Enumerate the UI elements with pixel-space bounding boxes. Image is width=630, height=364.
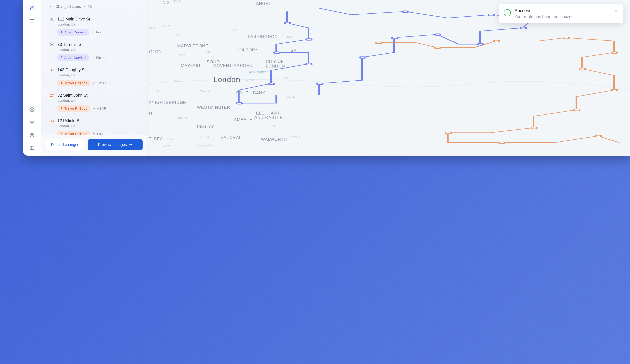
stop-number: 33: [48, 118, 54, 123]
map-road-label: B302: [167, 138, 174, 141]
stop-item[interactable]: 2732 Saint John StLondon, UKTrevor Phili…: [46, 89, 142, 115]
svg-rect-17: [435, 34, 440, 35]
svg-rect-26: [612, 52, 617, 53]
map-road-label: A3211: [225, 75, 232, 77]
stop-item[interactable]: 0433 Turnmill StLondon, UKArbër Dervishi…: [46, 38, 142, 64]
map-road-label: The Mall: [200, 90, 210, 93]
map-district-label: WESTMINSTER: [197, 105, 230, 110]
map-district-label: CITY OF: [266, 59, 284, 64]
stop-city: London, UK: [58, 22, 141, 26]
svg-rect-29: [574, 109, 580, 111]
person-icon: [60, 56, 63, 60]
driver-name: Arbër Dervishi: [64, 56, 86, 60]
toast-message: Your route has been reoptimized.: [514, 14, 609, 19]
stop-address: 32 Saint John St: [58, 93, 141, 98]
person-icon: [60, 30, 63, 34]
map-district-label: SOUTH BANK: [236, 90, 265, 96]
map-canvas: London River Thames ANGELN'SMARYLEBONEFA…: [148, 0, 630, 156]
stop-item[interactable]: 01112 Main Drive StLondon, UKArbër Dervi…: [46, 13, 142, 38]
stop-address: 12 Pitfield St: [58, 118, 141, 123]
nav-learn-icon[interactable]: [29, 120, 35, 125]
driver-name: Arbër Dervishi: [64, 30, 86, 34]
map-road-label: A4202: [174, 79, 182, 82]
svg-rect-10: [274, 52, 280, 53]
svg-rect-16: [392, 37, 398, 39]
svg-rect-33: [596, 135, 601, 137]
stops-list[interactable]: 01112 Main Drive StLondon, UKArbër Dervi…: [41, 11, 148, 135]
stop-address: 142 Doughty St: [58, 67, 141, 72]
svg-rect-28: [612, 89, 617, 91]
map-road-label: A40: [206, 51, 210, 54]
map-district-label: ANGEL: [256, 1, 271, 6]
discard-changes-button[interactable]: Discard changes: [46, 139, 84, 150]
map-road-label: Lupus St: [198, 136, 209, 139]
stop-number: 01: [48, 17, 54, 21]
panel-header-label: Changed stops: [56, 4, 81, 9]
map-district-label: N: [149, 111, 152, 116]
map-district-label: VAUXHALL: [221, 135, 244, 140]
nav-rail: [23, 0, 41, 156]
map-road-label: Outer Cir: [170, 0, 181, 2]
map-road-label: Grosvenor Rd: [197, 144, 213, 147]
map-road-label: A5204: [179, 54, 186, 57]
nav-analytics-icon[interactable]: [29, 18, 35, 24]
person-icon: [60, 81, 63, 85]
header-separator: •: [84, 4, 85, 9]
nav-panel-toggle-icon[interactable]: [29, 145, 35, 151]
clock-icon: [93, 81, 96, 85]
svg-rect-11: [306, 63, 312, 65]
nav-help-icon[interactable]: [29, 132, 35, 138]
svg-rect-18: [478, 44, 483, 45]
svg-rect-6: [30, 146, 34, 150]
panel-footer: Discard changes Preview changes: [41, 135, 148, 156]
driver-name: Trevor Philipps: [64, 81, 87, 85]
collapse-section-button[interactable]: [48, 4, 52, 9]
map-road-label: B507: [149, 27, 155, 30]
map-district-label: KNIGHTSBRIDGE: [149, 100, 186, 105]
stop-tag-label: 12:00-13:00: [97, 81, 115, 85]
stop-tag: First: [92, 30, 103, 34]
panel-header: Changed stops • 16: [41, 0, 148, 11]
driver-pill[interactable]: Trevor Philipps: [58, 80, 90, 86]
toast-title: Success!: [514, 8, 609, 13]
map-road-label: Park Rd: [161, 24, 170, 27]
map-road-label: Thurlow St: [288, 136, 300, 139]
stop-number: 04: [48, 42, 54, 47]
stop-item[interactable]: 3312 Pitfield StLondon, UKTrevor Philipp…: [46, 115, 142, 135]
nav-settings-icon[interactable]: [29, 107, 35, 112]
driver-pill[interactable]: Trevor Philipps: [58, 131, 90, 135]
stop-tag-label: First: [96, 30, 103, 34]
map-road-label: A3212: [163, 145, 171, 148]
stop-item[interactable]: 07142 Doughty StLondon, UKTrevor Philipp…: [46, 64, 142, 89]
preview-changes-button[interactable]: Preview changes: [88, 139, 142, 150]
svg-rect-12: [269, 83, 274, 85]
map-road-label: B502: [230, 29, 236, 32]
svg-rect-8: [285, 22, 290, 24]
map-road-label: B144: [287, 36, 293, 39]
driver-pill[interactable]: Trevor Philipps: [58, 105, 90, 112]
svg-rect-30: [532, 127, 537, 129]
discard-changes-label: Discard changes: [51, 143, 79, 147]
stop-tag-label: Pickup: [96, 56, 106, 60]
map-road-label: A201: [284, 77, 290, 80]
svg-rect-24: [494, 40, 499, 42]
nav-routes-icon[interactable]: [29, 5, 35, 10]
map-district-label: MAYFAIR: [181, 63, 200, 68]
map-road-label: A3: [272, 125, 275, 127]
success-check-icon: [504, 9, 511, 16]
svg-rect-27: [580, 68, 585, 70]
driver-pill[interactable]: Arbër Dervishi: [58, 54, 89, 61]
map-road-label: A501: [176, 34, 182, 36]
toast-close-button[interactable]: [613, 8, 618, 14]
svg-rect-25: [564, 37, 569, 39]
map-district-label: LAMBETH: [231, 117, 253, 122]
map-area[interactable]: London River Thames ANGELN'SMARYLEBONEFA…: [148, 0, 630, 156]
map-district-label: AND CASTLE: [254, 115, 283, 120]
first-icon: [92, 30, 95, 34]
driver-name: Trevor Philipps: [64, 132, 87, 135]
svg-rect-23: [435, 47, 440, 48]
stop-tag: Last: [93, 132, 104, 135]
last-icon: [93, 132, 96, 135]
map-district-label: MARYLEBONE: [177, 43, 208, 48]
driver-pill[interactable]: Arbër Dervishi: [58, 29, 89, 35]
